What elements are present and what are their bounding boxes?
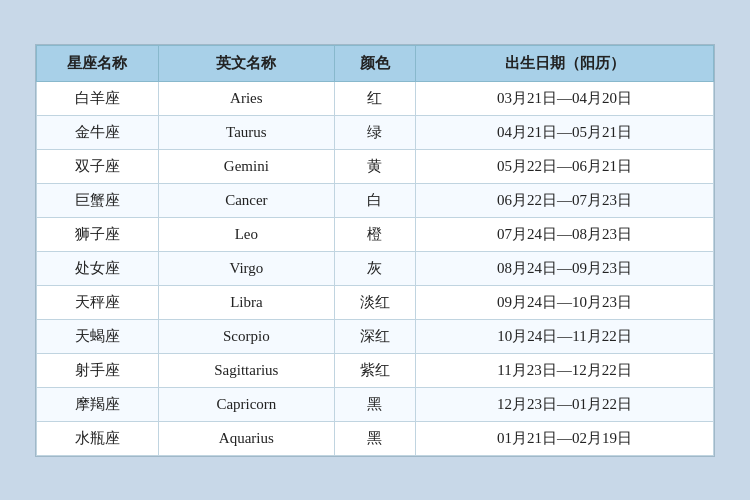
table-row: 处女座Virgo灰08月24日—09月23日 [37,251,714,285]
table-cell: 双子座 [37,149,159,183]
table-cell: 水瓶座 [37,421,159,455]
table-cell: Sagittarius [158,353,334,387]
table-cell: Libra [158,285,334,319]
table-cell: 金牛座 [37,115,159,149]
table-cell: 04月21日—05月21日 [416,115,714,149]
table-cell: 白 [334,183,415,217]
table-cell: 灰 [334,251,415,285]
table-cell: 03月21日—04月20日 [416,81,714,115]
table-cell: 天秤座 [37,285,159,319]
table-cell: 11月23日—12月22日 [416,353,714,387]
table-cell: 12月23日—01月22日 [416,387,714,421]
table-cell: 黑 [334,387,415,421]
table-row: 狮子座Leo橙07月24日—08月23日 [37,217,714,251]
table-cell: 黄 [334,149,415,183]
table-cell: 07月24日—08月23日 [416,217,714,251]
table-cell: 绿 [334,115,415,149]
table-cell: Cancer [158,183,334,217]
table-cell: 紫红 [334,353,415,387]
header-english-name: 英文名称 [158,45,334,81]
table-cell: Aries [158,81,334,115]
header-chinese-name: 星座名称 [37,45,159,81]
table-cell: 摩羯座 [37,387,159,421]
table-row: 射手座Sagittarius紫红11月23日—12月22日 [37,353,714,387]
table-row: 白羊座Aries红03月21日—04月20日 [37,81,714,115]
table-cell: 05月22日—06月21日 [416,149,714,183]
table-cell: 01月21日—02月19日 [416,421,714,455]
zodiac-table: 星座名称 英文名称 颜色 出生日期（阳历） 白羊座Aries红03月21日—04… [36,45,714,456]
table-cell: Taurus [158,115,334,149]
table-row: 天秤座Libra淡红09月24日—10月23日 [37,285,714,319]
table-cell: Virgo [158,251,334,285]
table-cell: Gemini [158,149,334,183]
table-cell: Aquarius [158,421,334,455]
table-row: 金牛座Taurus绿04月21日—05月21日 [37,115,714,149]
table-cell: 09月24日—10月23日 [416,285,714,319]
table-cell: 08月24日—09月23日 [416,251,714,285]
table-cell: Capricorn [158,387,334,421]
table-cell: 天蝎座 [37,319,159,353]
table-body: 白羊座Aries红03月21日—04月20日金牛座Taurus绿04月21日—0… [37,81,714,455]
zodiac-table-container: 星座名称 英文名称 颜色 出生日期（阳历） 白羊座Aries红03月21日—04… [35,44,715,457]
table-row: 天蝎座Scorpio深红10月24日—11月22日 [37,319,714,353]
table-cell: 白羊座 [37,81,159,115]
table-cell: 处女座 [37,251,159,285]
table-cell: 狮子座 [37,217,159,251]
header-color: 颜色 [334,45,415,81]
table-row: 双子座Gemini黄05月22日—06月21日 [37,149,714,183]
table-cell: 橙 [334,217,415,251]
table-cell: 黑 [334,421,415,455]
table-row: 摩羯座Capricorn黑12月23日—01月22日 [37,387,714,421]
table-header-row: 星座名称 英文名称 颜色 出生日期（阳历） [37,45,714,81]
table-cell: 10月24日—11月22日 [416,319,714,353]
table-row: 水瓶座Aquarius黑01月21日—02月19日 [37,421,714,455]
header-date: 出生日期（阳历） [416,45,714,81]
table-cell: 巨蟹座 [37,183,159,217]
table-cell: 射手座 [37,353,159,387]
table-cell: 06月22日—07月23日 [416,183,714,217]
table-cell: Scorpio [158,319,334,353]
table-cell: 淡红 [334,285,415,319]
table-cell: 深红 [334,319,415,353]
table-cell: 红 [334,81,415,115]
table-row: 巨蟹座Cancer白06月22日—07月23日 [37,183,714,217]
table-cell: Leo [158,217,334,251]
